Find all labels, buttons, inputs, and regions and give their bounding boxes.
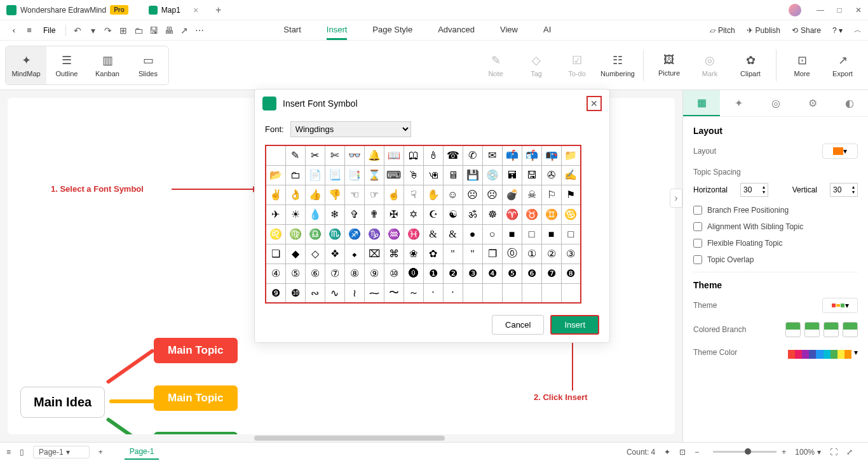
symbol-cell[interactable]: ☞	[364, 185, 384, 204]
tab-close-button[interactable]: ×	[193, 5, 198, 15]
branch-style-4[interactable]	[843, 322, 858, 337]
symbol-cell[interactable]: ❼	[541, 264, 561, 283]
symbol-cell[interactable]: ☹	[463, 185, 482, 204]
page-select[interactable]: Page-1 ▾	[33, 446, 90, 458]
export-icon[interactable]: ↗	[177, 25, 192, 36]
picture-button[interactable]: 🖼Picture	[649, 46, 689, 84]
symbol-cell[interactable]: ☟	[403, 185, 423, 204]
symbol-cell[interactable]: ♒	[384, 224, 403, 244]
note-button[interactable]: ✎Note	[475, 46, 516, 84]
symbol-cell[interactable]: 🖰	[403, 165, 423, 185]
symbol-cell[interactable]: ❹	[482, 264, 502, 283]
redo-button[interactable]: ↷	[100, 25, 116, 36]
symbol-cell[interactable]: ❶	[423, 264, 443, 283]
symbol-cell[interactable]: ❻	[522, 264, 541, 283]
symbol-cell[interactable]: ✍	[561, 165, 581, 185]
cb-overlap[interactable]	[693, 255, 702, 264]
fit-screen[interactable]: ⛶	[830, 448, 837, 457]
symbol-cell[interactable]: 〜	[384, 283, 403, 303]
symbol-cell[interactable]: ◇	[305, 244, 325, 264]
symbol-cell[interactable]: 👓	[344, 145, 364, 165]
hamburger-menu[interactable]: ≡	[22, 25, 37, 35]
symbol-cell[interactable]: ♑	[364, 224, 384, 244]
symbol-cell[interactable]: ❄	[325, 204, 344, 224]
symbol-cell[interactable]: ⑨	[364, 264, 384, 283]
zoom-out[interactable]: −	[695, 448, 699, 457]
cancel-button[interactable]: Cancel	[492, 315, 544, 335]
symbol-cell[interactable]: ♋	[561, 204, 581, 224]
side-panel-toggle[interactable]: ›	[670, 189, 682, 208]
symbol-cell[interactable]: ♐	[344, 224, 364, 244]
symbol-cell[interactable]: ✿	[423, 244, 443, 264]
symbol-cell[interactable]: ☝	[384, 185, 403, 204]
symbol-cell[interactable]: ✎	[285, 145, 305, 165]
symbol-cell[interactable]	[266, 145, 285, 165]
symbol-cell[interactable]: "	[463, 244, 482, 264]
symbol-cell[interactable]: ❏	[266, 244, 285, 264]
zoom-in[interactable]: +	[782, 448, 786, 457]
symbol-cell[interactable]: ⓪	[502, 244, 522, 264]
symbol-cell[interactable]: ♈	[502, 204, 522, 224]
tab-ai[interactable]: AI	[543, 21, 551, 40]
symbol-cell[interactable]	[541, 283, 561, 303]
topic-1[interactable]: Main Topic	[154, 338, 238, 363]
symbol-cell[interactable]: ②	[541, 244, 561, 264]
layout-select[interactable]: ▾	[822, 144, 858, 159]
symbol-cell[interactable]: 🔔	[364, 145, 384, 165]
topic-3[interactable]: Main Topic	[154, 432, 238, 434]
cb-branch-free[interactable]	[693, 206, 702, 215]
symbol-cell[interactable]: ⑩	[384, 264, 403, 283]
symbol-cell[interactable]: ≀	[344, 283, 364, 303]
symbol-cell[interactable]: ♏	[325, 224, 344, 244]
symbol-cell[interactable]: ⑤	[285, 264, 305, 283]
symbol-cell[interactable]: 🕯	[423, 145, 443, 165]
outline-toggle[interactable]: ≡	[6, 448, 11, 457]
symbol-cell[interactable]: 👌	[285, 185, 305, 204]
symbol-cell[interactable]: ∿	[325, 283, 344, 303]
symbol-cell[interactable]: ☠	[522, 185, 541, 204]
kanban-button[interactable]: ▥Kanban	[87, 46, 128, 84]
symbol-cell[interactable]: ✇	[541, 165, 561, 185]
symbol-cell[interactable]: 💿	[482, 165, 502, 185]
symbol-cell[interactable]: ❿	[285, 283, 305, 303]
fullscreen[interactable]: ⤢	[846, 448, 853, 457]
close-window-button[interactable]: ✕	[849, 6, 868, 15]
symbol-cell[interactable]: ◆	[285, 244, 305, 264]
slides-button[interactable]: ▭Slides	[128, 46, 168, 84]
file-menu[interactable]: File	[43, 26, 55, 35]
symbol-cell[interactable]	[482, 283, 502, 303]
symbol-cell[interactable]: ✠	[384, 204, 403, 224]
minimize-button[interactable]: —	[811, 6, 830, 15]
tag-button[interactable]: ◇Tag	[516, 46, 557, 84]
symbol-cell[interactable]: 🖬	[502, 165, 522, 185]
symbol-cell[interactable]: ✌	[266, 185, 285, 204]
symbol-cell[interactable]: ⓿	[403, 264, 423, 283]
theme-select[interactable]: ▾	[822, 298, 858, 313]
help-button[interactable]: ? ▾	[832, 26, 843, 35]
symbol-cell[interactable]: ⑦	[325, 264, 344, 283]
symbol-cell[interactable]	[522, 283, 541, 303]
branch-style-1[interactable]	[785, 322, 801, 337]
tab-view[interactable]: View	[500, 21, 518, 40]
side-tab-layout[interactable]: ▦	[683, 90, 720, 116]
symbol-cell[interactable]: ·	[423, 283, 443, 303]
symbol-cell[interactable]: ❸	[463, 264, 482, 283]
share-button[interactable]: ⟲ Share	[792, 26, 821, 35]
vertical-spinner[interactable]: 30▴▾	[830, 183, 858, 197]
save-icon[interactable]: 🖫	[146, 25, 161, 36]
cb-flexible[interactable]	[693, 239, 702, 248]
numbering-button[interactable]: ☷Numbering	[597, 46, 638, 84]
dialog-close-button[interactable]: ✕	[587, 96, 602, 111]
symbol-cell[interactable]: "	[443, 244, 463, 264]
symbol-cell[interactable]: ☜	[344, 185, 364, 204]
symbol-cell[interactable]	[502, 283, 522, 303]
symbol-cell[interactable]: ⑥	[305, 264, 325, 283]
symbol-cell[interactable]: 💧	[305, 204, 325, 224]
symbol-cell[interactable]: ♓	[403, 224, 423, 244]
outline-button[interactable]: ☰Outline	[46, 46, 87, 84]
tab-insert[interactable]: Insert	[327, 21, 348, 40]
symbol-cell[interactable]: ✄	[325, 145, 344, 165]
symbol-cell[interactable]: ⌛	[364, 165, 384, 185]
mindmap-button[interactable]: ✦MindMap	[6, 46, 46, 84]
insert-button[interactable]: Insert	[550, 315, 599, 335]
